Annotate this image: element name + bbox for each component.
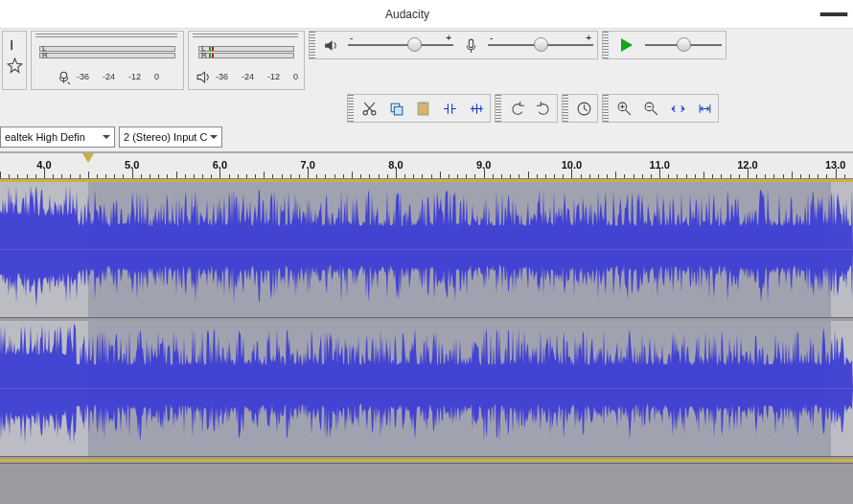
transport-panel [602, 31, 726, 59]
play-button[interactable] [611, 31, 640, 59]
timeline-label: 9.0 [476, 159, 491, 171]
meter-play-ticks: -36 -24 -12 0 [214, 71, 300, 82]
speaker-dropdown-icon[interactable] [194, 67, 213, 86]
copy-button[interactable] [383, 96, 408, 121]
svg-line-16 [584, 108, 587, 110]
mixer-panel: - + - + [309, 31, 598, 59]
svg-text:I: I [10, 36, 13, 52]
paste-button[interactable] [410, 96, 435, 121]
zoom-in-button[interactable] [611, 96, 636, 121]
tools-panel: I [2, 31, 27, 90]
channels-dropdown[interactable]: 2 (Stereo) Input C [119, 126, 222, 148]
draw-tool[interactable] [5, 56, 24, 75]
svg-line-18 [625, 109, 630, 114]
undo-panel [495, 94, 558, 123]
timeline-label: 10.0 [562, 159, 582, 171]
track-right[interactable] [0, 321, 853, 457]
titlebar: Audacity [0, 0, 853, 29]
fit-selection-button[interactable] [665, 96, 690, 121]
zoom-out-button[interactable] [638, 96, 663, 121]
mic-icon [458, 33, 483, 57]
sync-lock-button[interactable] [571, 96, 596, 121]
speaker-icon [318, 33, 343, 57]
svg-rect-4 [469, 39, 473, 48]
volume-slider[interactable]: - + [348, 33, 453, 57]
silence-button[interactable] [464, 96, 489, 121]
undo-button[interactable] [504, 96, 529, 121]
timeline-label: 8.0 [388, 159, 403, 171]
input-slider[interactable]: - + [488, 33, 593, 57]
minimize-button[interactable] [815, 0, 853, 29]
record-meter-panel: L R -36 -24 -12 0 [31, 31, 184, 90]
trim-button[interactable] [437, 96, 462, 121]
playhead-marker[interactable] [82, 153, 94, 178]
tracks-area[interactable] [0, 179, 853, 504]
input-device-value: ealtek High Defin [5, 131, 85, 143]
svg-point-2 [61, 72, 67, 78]
meter-play-L[interactable]: L [198, 46, 294, 52]
meter-rec-L[interactable]: L [39, 46, 175, 52]
channels-value: 2 (Stereo) Input C [124, 131, 207, 143]
input-device-dropdown[interactable]: ealtek High Defin [0, 126, 115, 148]
meter-rec-R[interactable]: R [39, 53, 175, 58]
cut-button[interactable] [357, 96, 381, 121]
sync-panel [562, 94, 598, 123]
timeline-label: 4.0 [36, 159, 51, 171]
timeline-label: 13.0 [825, 159, 845, 171]
meter-play-R[interactable]: R [198, 53, 294, 58]
timeline-ruler[interactable]: 4.05.06.07.08.09.010.011.012.013.0 [0, 152, 853, 179]
meter-rec-ticks: -36 -24 -12 0 [75, 71, 161, 82]
play-meter-panel: L R -36 -24 -12 0 [188, 31, 305, 90]
toolbars: I L R [0, 29, 853, 152]
track-left[interactable] [0, 182, 853, 318]
edit-panel [347, 94, 491, 123]
selection-tool[interactable]: I [5, 34, 24, 54]
timeline-label: 11.0 [649, 159, 669, 171]
fit-project-button[interactable] [692, 96, 717, 121]
svg-rect-11 [394, 106, 403, 115]
redo-button[interactable] [531, 96, 556, 121]
timeline-label: 6.0 [213, 159, 227, 171]
window-title: Audacity [0, 8, 815, 21]
svg-line-22 [652, 109, 657, 114]
mic-dropdown-icon[interactable] [55, 67, 74, 86]
timeline-label: 12.0 [737, 159, 757, 171]
timeline-label: 5.0 [125, 159, 139, 171]
scrub-slider[interactable] [645, 33, 722, 57]
timeline-label: 7.0 [300, 159, 314, 171]
svg-rect-13 [421, 102, 425, 104]
zoom-panel [602, 94, 719, 123]
